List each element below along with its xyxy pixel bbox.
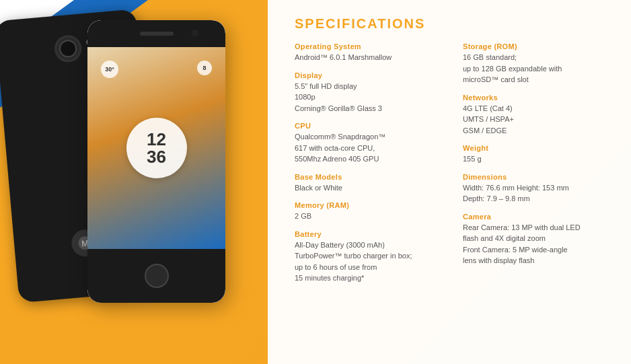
spec-cpu-label: CPU xyxy=(295,122,443,130)
phone-front-top-bezel xyxy=(87,20,225,47)
spec-battery-value: All-Day Battery (3000 mAh)TurboPower™ tu… xyxy=(295,240,443,284)
spec-cpu-value: Qualcomm® Snapdragon™617 with octa-core … xyxy=(295,131,443,165)
spec-os-value: Android™ 6.0.1 Marshmallow xyxy=(295,52,443,63)
spec-weight-label: Weight xyxy=(463,144,611,152)
specs-right-column: Storage (ROM) 16 GB standard;up to 128 G… xyxy=(463,42,611,292)
phone-screen-badge-temp: 30° xyxy=(101,61,118,78)
phone-clock-widget: 12 36 xyxy=(126,118,187,178)
phone-container: M 30° 8 12 36 xyxy=(0,0,283,364)
phone-front-bottom-bezel xyxy=(87,249,225,303)
spec-weight: Weight 155 g xyxy=(463,144,611,165)
specs-grid: Operating System Android™ 6.0.1 Marshmal… xyxy=(295,42,611,292)
specs-left-column: Operating System Android™ 6.0.1 Marshmal… xyxy=(295,42,443,292)
specs-title: SPECIFICATIONS xyxy=(295,16,611,32)
phone-screen-badge-num: 8 xyxy=(197,61,212,75)
spec-camera-value: Rear Camera: 13 MP with dual LEDflash an… xyxy=(463,222,611,266)
spec-dimensions-label: Dimensions xyxy=(463,173,611,181)
spec-camera-label: Camera xyxy=(463,213,611,221)
spec-storage-label: Storage (ROM) xyxy=(463,42,611,50)
spec-display-label: Display xyxy=(295,71,443,79)
phone-speaker xyxy=(140,32,174,36)
clock-hours: 12 xyxy=(147,131,166,148)
phone-home-button[interactable] xyxy=(145,264,169,288)
spec-dimensions-value: Width: 76.6 mm Height: 153 mmDepth: 7.9 … xyxy=(463,182,611,205)
spec-networks: Networks 4G LTE (Cat 4)UMTS / HSPA+GSM /… xyxy=(463,94,611,137)
phone-front-camera xyxy=(192,30,198,36)
spec-cpu: CPU Qualcomm® Snapdragon™617 with octa-c… xyxy=(295,122,443,165)
spec-base-models-label: Base Models xyxy=(295,173,443,181)
spec-battery: Battery All-Day Battery (3000 mAh)TurboP… xyxy=(295,230,443,284)
spec-os: Operating System Android™ 6.0.1 Marshmal… xyxy=(295,42,443,63)
spec-os-label: Operating System xyxy=(295,42,443,50)
spec-base-models-value: Black or White xyxy=(295,182,443,194)
phone-back-camera-lens xyxy=(53,34,82,63)
spec-ram-label: Memory (RAM) xyxy=(295,201,443,209)
spec-ram-value: 2 GB xyxy=(295,211,443,222)
phone-front: 30° 8 12 36 xyxy=(87,20,225,303)
spec-storage-value: 16 GB standard;up to 128 GB expandable w… xyxy=(463,52,611,85)
spec-display: Display 5.5" full HD display1080pCorning… xyxy=(295,71,443,114)
spec-camera: Camera Rear Camera: 13 MP with dual LEDf… xyxy=(463,213,611,266)
spec-networks-label: Networks xyxy=(463,94,611,102)
spec-networks-value: 4G LTE (Cat 4)UMTS / HSPA+GSM / EDGE xyxy=(463,103,611,137)
spec-dimensions: Dimensions Width: 76.6 mm Height: 153 mm… xyxy=(463,173,611,205)
spec-battery-label: Battery xyxy=(295,230,443,238)
specs-panel: SPECIFICATIONS Operating System Android™… xyxy=(268,0,631,364)
spec-ram: Memory (RAM) 2 GB xyxy=(295,201,443,222)
spec-base-models: Base Models Black or White xyxy=(295,173,443,194)
phone-screen: 30° 8 12 36 xyxy=(87,47,225,249)
clock-minutes: 36 xyxy=(147,148,166,166)
spec-display-value: 5.5" full HD display1080pCorning® Gorill… xyxy=(295,81,443,114)
spec-weight-value: 155 g xyxy=(463,153,611,165)
spec-storage: Storage (ROM) 16 GB standard;up to 128 G… xyxy=(463,42,611,85)
